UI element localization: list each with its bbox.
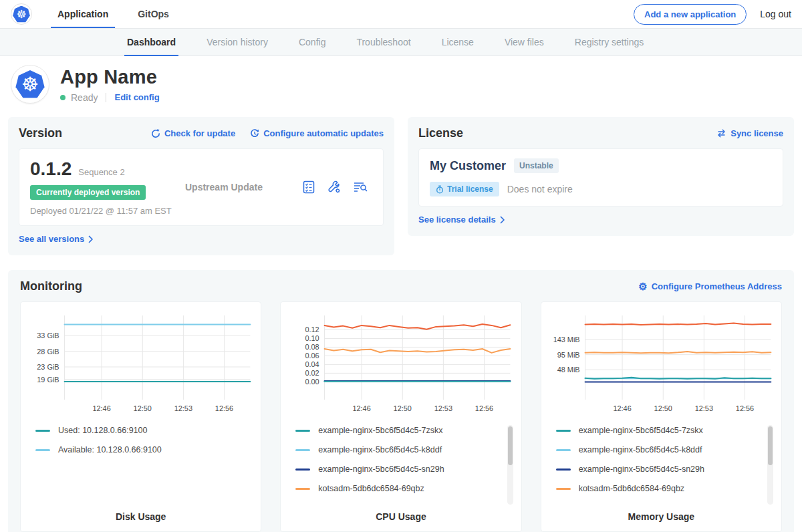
- legend-item[interactable]: example-nginx-5bc6f5d4c5-sn29h: [556, 464, 776, 475]
- license-card: License Sync license My Customer Unstabl…: [408, 117, 794, 236]
- legend-item[interactable]: example-nginx-5bc6f5d4c5-7zskx: [295, 425, 515, 436]
- legend-item[interactable]: example-nginx-5bc6f5d4c5-7zskx: [556, 425, 776, 436]
- svg-text:12:50: 12:50: [394, 404, 412, 412]
- legend-scrollbar[interactable]: [767, 425, 773, 505]
- legend-label: example-nginx-5bc6f5d4c5-sn29h: [318, 464, 444, 474]
- see-license-details-link[interactable]: See license details: [418, 215, 505, 225]
- legend-item[interactable]: kotsadm-5db6dc6584-69qbz: [556, 483, 776, 494]
- legend-color-dash: [556, 430, 571, 432]
- divider: [106, 93, 106, 102]
- svg-text:12:50: 12:50: [134, 404, 152, 412]
- svg-text:33 GiB: 33 GiB: [37, 331, 59, 340]
- disk-usage-chart-title: Disk Usage: [26, 511, 255, 522]
- see-all-versions-link[interactable]: See all versions: [19, 234, 94, 244]
- cpu-usage-chart-card: 12:4612:5012:5312:560.120.100.080.060.04…: [280, 301, 521, 532]
- legend-color-dash: [556, 449, 571, 451]
- configure-automatic-updates-link[interactable]: Configure automatic updates: [250, 128, 384, 138]
- sync-license-link[interactable]: Sync license: [716, 128, 783, 138]
- app-avatar: ☸: [11, 65, 49, 104]
- svg-text:12:53: 12:53: [434, 404, 452, 412]
- status-badge: Ready: [71, 92, 98, 103]
- svg-text:0.00: 0.00: [305, 378, 319, 386]
- legend-item[interactable]: Available: 10.128.0.66:9100: [35, 444, 255, 455]
- top-tab-gitops[interactable]: GitOps: [135, 0, 172, 28]
- edit-config-link[interactable]: Edit config: [114, 92, 159, 102]
- legend-scrollbar[interactable]: [507, 425, 513, 505]
- svg-text:12:46: 12:46: [92, 404, 110, 412]
- monitoring-section: Monitoring ⚙ Configure Prometheus Addres…: [8, 270, 794, 532]
- svg-text:0.06: 0.06: [305, 352, 319, 360]
- add-application-button[interactable]: Add a new application: [634, 4, 747, 25]
- legend-item[interactable]: example-nginx-5bc6f5d4c5-sn29h: [295, 464, 515, 475]
- legend-label: Used: 10.128.0.66:9100: [58, 426, 147, 435]
- svg-text:0.10: 0.10: [305, 334, 319, 342]
- legend-scrollbar-thumb[interactable]: [768, 426, 773, 465]
- legend-color-dash: [295, 469, 310, 471]
- version-sequence: Sequence 2: [78, 167, 124, 177]
- legend-color-dash: [556, 469, 571, 471]
- sub-tab-dashboard[interactable]: Dashboard: [127, 29, 176, 55]
- sub-tab-version-history[interactable]: Version history: [207, 29, 268, 55]
- svg-text:23 GiB: 23 GiB: [37, 363, 59, 371]
- legend-color-dash: [35, 430, 50, 432]
- sub-tab-registry-settings[interactable]: Registry settings: [575, 29, 644, 55]
- sub-tab-license[interactable]: License: [442, 29, 474, 55]
- top-tab-application[interactable]: Application: [55, 0, 111, 28]
- sub-tab-config[interactable]: Config: [299, 29, 325, 55]
- edit-config-wrench-icon[interactable]: [327, 180, 342, 194]
- page-title: App Name: [60, 66, 160, 88]
- app-header: ☸ App Name Ready Edit config: [0, 56, 802, 113]
- svg-text:48 MiB: 48 MiB: [557, 366, 579, 374]
- sub-tab-troubleshoot[interactable]: Troubleshoot: [356, 29, 410, 55]
- svg-text:0.02: 0.02: [305, 369, 319, 377]
- legend-item[interactable]: Used: 10.128.0.66:9100: [35, 425, 255, 436]
- svg-text:12:53: 12:53: [694, 404, 712, 412]
- current-version-row: 0.1.2 Sequence 2 Currently deployed vers…: [19, 148, 384, 226]
- legend-color-dash: [35, 449, 50, 451]
- check-for-update-link[interactable]: Check for update: [151, 128, 235, 138]
- license-card-title: License: [418, 126, 463, 140]
- legend-label: example-nginx-5bc6f5d4c5-7zskx: [318, 426, 442, 435]
- top-nav: ☸ ApplicationGitOps Add a new applicatio…: [0, 0, 802, 28]
- cpu-usage-chart: 12:4612:5012:5312:560.120.100.080.060.04…: [286, 310, 515, 416]
- monitoring-title: Monitoring: [20, 279, 82, 293]
- svg-text:12:46: 12:46: [353, 404, 371, 412]
- legend-color-dash: [295, 449, 310, 451]
- chevron-right-icon: [500, 216, 505, 224]
- preflight-checks-icon[interactable]: [301, 180, 316, 194]
- legend-item[interactable]: example-nginx-5bc6f5d4c5-k8ddf: [295, 444, 515, 455]
- svg-text:0.08: 0.08: [305, 343, 319, 351]
- legend-item[interactable]: kotsadm-5db6dc6584-69qbz: [295, 483, 515, 494]
- refresh-icon: [151, 129, 160, 138]
- legend-label: kotsadm-5db6dc6584-69qbz: [579, 484, 684, 493]
- svg-text:0.04: 0.04: [305, 360, 319, 368]
- legend-label: example-nginx-5bc6f5d4c5-sn29h: [579, 464, 704, 474]
- memory-usage-chart: 12:4612:5012:5312:56143 MiB95 MiB48 MiB: [547, 310, 776, 416]
- disk-usage-chart: 12:4612:5012:5312:5633 GiB28 GiB23 GiB19…: [26, 310, 255, 416]
- gear-icon: ⚙: [638, 281, 647, 291]
- configure-prometheus-link[interactable]: ⚙ Configure Prometheus Address: [638, 281, 782, 291]
- view-diff-files-icon[interactable]: [352, 180, 368, 194]
- memory-usage-chart-title: Memory Usage: [547, 511, 776, 522]
- version-number: 0.1.2: [30, 158, 72, 180]
- legend-scrollbar-thumb[interactable]: [508, 426, 513, 465]
- memory-usage-chart-card: 12:4612:5012:5312:56143 MiB95 MiB48 MiB …: [541, 301, 782, 532]
- stopwatch-icon: [436, 185, 444, 194]
- svg-text:28 GiB: 28 GiB: [37, 348, 59, 356]
- svg-text:19 GiB: 19 GiB: [37, 376, 59, 384]
- kubernetes-logo-icon: ☸: [11, 3, 32, 25]
- version-card: Version Check for update Configure au: [8, 117, 394, 255]
- svg-text:12:46: 12:46: [613, 404, 631, 412]
- customer-name: My Customer: [430, 159, 506, 173]
- legend-color-dash: [295, 488, 310, 490]
- status-dot-icon: [60, 95, 65, 100]
- sub-tab-view-files[interactable]: View files: [505, 29, 544, 55]
- svg-text:12:56: 12:56: [215, 404, 233, 412]
- legend-item[interactable]: example-nginx-5bc6f5d4c5-k8ddf: [556, 444, 776, 455]
- legend-label: example-nginx-5bc6f5d4c5-k8ddf: [318, 445, 442, 454]
- svg-text:95 MiB: 95 MiB: [557, 351, 579, 359]
- legend-label: example-nginx-5bc6f5d4c5-7zskx: [579, 426, 703, 435]
- svg-text:12:56: 12:56: [475, 404, 493, 412]
- logout-button[interactable]: Log out: [760, 9, 791, 19]
- kubernetes-app-icon: ☸: [15, 70, 45, 98]
